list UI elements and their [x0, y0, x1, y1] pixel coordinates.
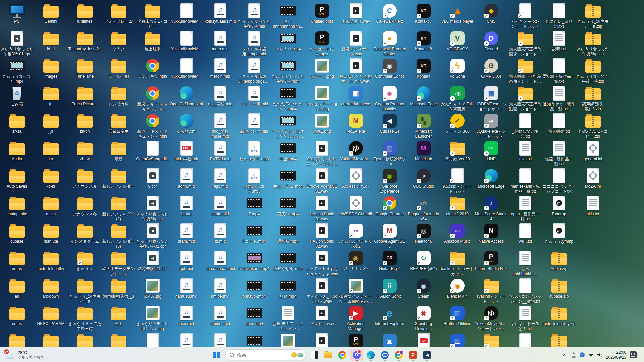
desktop-icon[interactable]: ▶HALion Sonic 02.wav — [305, 223, 339, 249]
desktop-icon[interactable]: malib — [34, 195, 68, 217]
desktop-icon[interactable]: 調声練習(失敗)_3.zip — [576, 85, 610, 112]
desktop-icon[interactable]: ↗万引きメモ.txt - ショートカット — [508, 3, 542, 29]
desktop-icon[interactable]: NKSC_PARAM — [34, 305, 68, 326]
desktop-icon[interactable]: ▚↗Minecraft Launcher — [407, 113, 440, 139]
desktop-icon[interactable]: ▶001_東北きりたん（ノーマル）_今じゃ... — [305, 140, 339, 167]
desktop-icon[interactable]: cubase — [0, 223, 34, 244]
desktop-icon[interactable]: ラベル印刷 — [102, 58, 136, 79]
desktop-icon[interactable]: フォトフレーム — [102, 3, 136, 24]
desktop-icon[interactable]: おっ hhhhhhhhhhhh... — [271, 3, 305, 29]
desktop-icon[interactable]: ▤↗HDDFMT.exe - ショートカット — [474, 85, 508, 112]
desktop-icon[interactable] — [102, 333, 136, 347]
search-input[interactable]: 検索 — [225, 349, 305, 360]
desktop-icon[interactable]: レジ袋有料 — [102, 85, 136, 107]
desktop-icon[interactable]: zh-cn — [68, 113, 102, 134]
desktop-icon[interactable]: ◁))↗かんたん！ AITalk 3 関西風 — [440, 85, 474, 112]
desktop-icon[interactable]: ja — [34, 85, 68, 107]
desktop-icon[interactable] — [136, 333, 169, 347]
desktop-icon[interactable]: ◆↗CMS — [474, 3, 508, 24]
desktop-icon[interactable]: ◉↗GeForce Experience — [373, 168, 407, 194]
desktop-icon[interactable]: ♫gpt.mid — [169, 250, 203, 272]
desktop-icon[interactable]: PDF — [407, 333, 440, 347]
desktop-icon[interactable]: ohhayo-.mp4 — [237, 278, 271, 299]
desktop-icon[interactable]: ≈↗JQuake.exe - ショートカット — [474, 113, 508, 139]
desktop-icon[interactable]: maniuta — [34, 223, 68, 244]
desktop-icon[interactable]: ◀きゅうり食ってた午後3時-02.cpr — [136, 223, 169, 249]
desktop-icon[interactable]: chatgpt-site — [0, 195, 34, 217]
taskbar-clock[interactable]: 22:06 2025/09/13 — [606, 350, 626, 360]
desktop-icon[interactable]: KT↗Kontakt 8 — [407, 30, 440, 52]
desktop-icon[interactable]: ◀名称未設定1.cpr — [136, 250, 169, 272]
desktop-icon[interactable]: Images — [34, 58, 68, 79]
desktop-icon[interactable]: ko — [34, 140, 68, 162]
desktop-wallpaper[interactable]: PCGeminiruntimesフォトフレーム名称未設定1 - コピーYukku… — [0, 0, 644, 347]
start-button[interactable] — [210, 349, 223, 361]
desktop-icon[interactable]: TimeTune — [68, 58, 102, 79]
desktop-icon[interactable]: ♫ — [169, 333, 203, 347]
desktop-icon[interactable]: ●●↗ぷよぷよ™テトリス®2 — [339, 223, 373, 249]
desktop-icon[interactable]: ゆうと — [102, 30, 136, 52]
desktop-icon[interactable]: YukkuriMovieM... — [169, 30, 203, 52]
desktop-icon[interactable]: きゅうり食ってた午後3時.mp4 — [271, 58, 305, 84]
desktop-icon[interactable]: N↗Native Access — [474, 223, 508, 244]
desktop-icon[interactable] — [237, 333, 271, 347]
desktop-icon[interactable]: Audio.zip — [542, 250, 576, 272]
desktop-icon[interactable]: 選択肢.mp4 — [271, 223, 305, 244]
desktop-icon[interactable]: ↗Micros­oft Edge — [407, 85, 440, 107]
desktop-icon[interactable]: おっ hhhhhhhhhh... — [508, 250, 542, 277]
desktop-icon[interactable]: 名称未設定1 - コピー.zip — [576, 113, 610, 139]
desktop-icon[interactable]: OpenCvSharp.dll... — [136, 140, 169, 167]
desktop-icon[interactable]: ◉↗Steinberg Downlo... — [407, 305, 440, 331]
desktop-icon[interactable]: PNT2Untitled.ppsf — [305, 3, 339, 24]
taskbar-app-powerpoint[interactable]: P — [407, 349, 419, 361]
desktop-icon[interactable]: ↗airset2-2019 — [440, 195, 474, 217]
desktop-icon[interactable]: ♫umibet.mid — [203, 305, 237, 326]
desktop-icon[interactable]: 選択肢 - 親作品一覧.txt — [542, 58, 576, 84]
desktop-icon[interactable]: 65407.jpg — [136, 278, 169, 299]
desktop-icon[interactable]: 名称未設定1 - コピー — [136, 3, 169, 29]
desktop-icon[interactable]: ▶ — [305, 333, 339, 347]
desktop-icon[interactable]: a♪↗Amazon Music — [440, 223, 474, 244]
desktop-icon[interactable]: PC — [0, 3, 34, 24]
desktop-icon[interactable]: 営業日変更 — [102, 113, 136, 134]
taskbar-app-file-explorer[interactable] — [322, 349, 335, 361]
desktop-icon[interactable] — [68, 333, 102, 347]
desktop-icon[interactable]: e↗Internet Explorer — [373, 305, 407, 326]
desktop-icon[interactable]: en-us — [0, 250, 34, 272]
desktop-icon[interactable]: プレゼンテーション1.png — [305, 85, 339, 112]
desktop-icon[interactable]: YukkuriMovieM... — [169, 58, 203, 79]
desktop-icon[interactable]: jijii — [34, 113, 68, 134]
desktop-icon[interactable]: ♫メドレー風.mid — [237, 85, 271, 107]
desktop-icon[interactable]: ゆきゅうり.ymmp — [542, 223, 576, 244]
desktop-icon[interactable]: きゅうり_調声用データ.zip — [576, 3, 610, 29]
desktop-icon[interactable]: general.ini — [576, 140, 610, 162]
desktop-icon[interactable]: G↗GIMP 3.0.4 — [474, 58, 508, 79]
desktop-icon[interactable]: MMuseHub — [407, 140, 440, 162]
desktop-icon[interactable]: きゅうり.mp4 — [271, 30, 305, 52]
desktop-icon[interactable]: PNT2↗Piapro Studio NT2 — [474, 250, 508, 272]
desktop-icon[interactable]: ♪MP3無題のスコア.mp3 — [237, 168, 271, 194]
desktop-icon[interactable]: 無題 - 親作品一覧.txt — [542, 140, 576, 167]
desktop-icon[interactable]: 井上.mp4 — [271, 140, 305, 162]
desktop-icon[interactable]: 新しいフォルダー — [102, 168, 136, 189]
desktop-icon[interactable]: 羽尻へ.mp4 — [271, 195, 305, 217]
taskbar-app-google-chrome[interactable] — [336, 349, 349, 361]
desktop-icon[interactable]: ϟ↗VoiSona — [440, 58, 474, 79]
desktop-icon[interactable]: 売上 — [102, 305, 136, 326]
desktop-icon[interactable]: es — [0, 278, 34, 299]
desktop-icon[interactable]: ▣createdump.exe — [339, 85, 373, 107]
desktop-icon[interactable]: ♻ごみ箱 — [0, 85, 34, 107]
desktop-icon[interactable]: ゆ↗YukkuriMovieM... - ショートカット — [474, 305, 508, 331]
desktop-icon[interactable]: ↗無人販売不正行為画像 - ショートカット — [508, 58, 542, 84]
desktop-icon[interactable]: ♫umibe.mid — [203, 278, 237, 299]
desktop-icon[interactable]: ko-kr — [34, 168, 68, 189]
desktop-icon[interactable]: 死にたい_ゅ歌詞.txt — [542, 3, 576, 29]
desktop-icon[interactable]: ♫jusu.mid — [169, 305, 203, 326]
desktop-icon[interactable]: zh-tw — [68, 140, 102, 162]
desktop-icon[interactable]: 路上駐車 — [136, 30, 169, 52]
desktop-icon[interactable]: ニコニコバックアップコードtxt — [542, 168, 576, 194]
desktop-icon[interactable]: ▶新規エクスポート.wav — [339, 30, 373, 57]
desktop-icon[interactable]: runtimes — [68, 3, 102, 24]
desktop-icon[interactable]: ♫hamusu.mid — [169, 278, 203, 299]
desktop-icon[interactable]: ↗backup - ショートカット — [440, 250, 474, 277]
